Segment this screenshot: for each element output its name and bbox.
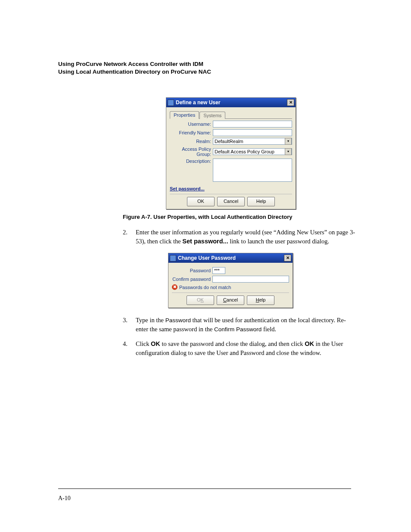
set-password-link[interactable]: Set password... [170, 186, 205, 191]
ok-text: OK [151, 340, 160, 347]
change-password-dialog: Change User Password ✕ Password *** Conf… [168, 253, 293, 308]
close-icon[interactable]: ✕ [287, 99, 294, 106]
chevron-down-icon[interactable]: ▾ [285, 148, 292, 155]
page-header: Using ProCurve Network Access Controller… [58, 60, 357, 76]
apg-label: Access Policy Group: [170, 146, 213, 157]
app-icon [170, 255, 176, 261]
apg-select[interactable]: Default Access Policy Group ▾ [213, 148, 292, 155]
tab-properties[interactable]: Properties [170, 111, 199, 119]
password-label: Password [172, 268, 212, 273]
step-text: Enter the user information as you regula… [136, 228, 357, 246]
password-input[interactable]: *** [212, 267, 225, 274]
step-number: 2. [123, 228, 136, 246]
ui-term-confirm-password: Confirm Password [214, 326, 262, 333]
username-label: Username: [170, 121, 213, 127]
cancel-button[interactable]: Cancel [217, 197, 245, 206]
username-input[interactable] [213, 121, 292, 128]
step-text: Click OK to save the password and close … [136, 339, 357, 358]
step-3: 3. Type in the Password that will be use… [123, 316, 357, 334]
dialog-titlebar: Define a new User ✕ [166, 98, 296, 107]
step-number: 4. [123, 339, 136, 358]
define-user-dialog: Define a new User ✕ Properties Systems U… [166, 97, 296, 209]
page-number: A-10 [58, 495, 71, 502]
dialog-button-row: OK Cancel Help [170, 194, 292, 206]
ok-button: OK [187, 296, 214, 305]
header-line-1: Using ProCurve Network Access Controller… [58, 60, 357, 68]
ok-button[interactable]: OK [187, 197, 215, 206]
tab-systems[interactable]: Systems [199, 112, 225, 119]
step-text: Type in the Password that will be used f… [136, 316, 357, 334]
description-input[interactable] [213, 159, 292, 182]
dialog-title: Define a new User [176, 100, 220, 106]
dialog-button-row: OK Cancel Help [172, 292, 289, 305]
app-icon [168, 100, 174, 106]
step-4: 4. Click OK to save the password and clo… [123, 339, 357, 358]
close-icon[interactable]: ✕ [284, 255, 291, 261]
figure-caption: Figure A-7. User Properties, with Local … [123, 214, 357, 220]
ok-text: OK [305, 340, 314, 347]
error-icon: ✖ [172, 284, 177, 290]
friendly-name-input[interactable] [213, 129, 292, 136]
footer-rule [58, 488, 351, 489]
step-2: 2. Enter the user information as you reg… [123, 228, 357, 246]
realm-value: DefaultRealm [215, 138, 243, 144]
header-line-2: Using Local Authentication Directory on … [58, 68, 357, 76]
confirm-password-input[interactable] [212, 276, 289, 283]
set-password-text: Set password... [182, 238, 228, 245]
apg-value: Default Access Policy Group [215, 149, 274, 155]
dialog-titlebar: Change User Password ✕ [168, 253, 293, 263]
confirm-password-label: Confirm password [172, 277, 212, 282]
cancel-button[interactable]: Cancel [217, 296, 244, 305]
realm-select[interactable]: DefaultRealm ▾ [213, 138, 292, 145]
step-number: 3. [123, 316, 136, 334]
help-button[interactable]: Help [247, 296, 274, 305]
description-label: Description: [170, 159, 213, 164]
error-row: ✖ Passwords do not match [172, 284, 289, 290]
ui-term-password: Password [165, 317, 191, 324]
friendly-name-label: Friendly Name: [170, 130, 213, 135]
tab-strip: Properties Systems [170, 110, 292, 119]
realm-label: Realm: [170, 139, 213, 144]
dialog-title: Change User Password [178, 255, 236, 261]
help-button[interactable]: Help [247, 197, 275, 206]
error-text: Passwords do not match [179, 285, 231, 290]
chevron-down-icon[interactable]: ▾ [285, 138, 292, 145]
